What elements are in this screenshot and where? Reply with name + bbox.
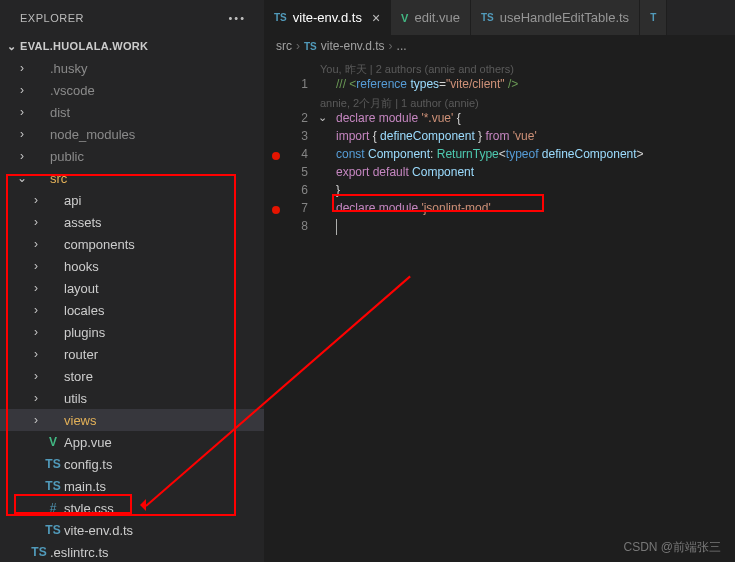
file-icon: TS [44, 523, 62, 537]
tree-label: assets [62, 215, 102, 230]
tree-item[interactable]: VApp.vue [0, 431, 264, 453]
editor-tab[interactable]: Vedit.vue [391, 0, 471, 35]
file-icon: TS [44, 457, 62, 471]
editor-tab[interactable]: TSuseHandleEditTable.ts [471, 0, 640, 35]
tree-item[interactable]: ›views [0, 409, 264, 431]
tree-label: dist [48, 105, 70, 120]
ts-icon: TS [304, 41, 317, 52]
crumb-src[interactable]: src [276, 39, 292, 53]
git-blame: annie, 2个月前 | 1 author (annie) [264, 95, 735, 111]
tree-label: vite-env.d.ts [62, 523, 133, 538]
chevron-icon: › [28, 369, 44, 383]
crumb-file[interactable]: vite-env.d.ts [321, 39, 385, 53]
tree-item[interactable]: #style.css [0, 497, 264, 519]
chevron-icon: › [14, 61, 30, 75]
tree-label: src [48, 171, 67, 186]
chevron-icon: › [28, 325, 44, 339]
crumb-more[interactable]: ... [397, 39, 407, 53]
breakpoint-icon[interactable] [264, 147, 290, 165]
tree-item[interactable]: ›layout [0, 277, 264, 299]
tree-label: App.vue [62, 435, 112, 450]
tree-item[interactable]: ›node_modules [0, 123, 264, 145]
tree-item[interactable]: ⌄src [0, 167, 264, 189]
tree-item[interactable]: TS.eslintrc.ts [0, 541, 264, 562]
explorer-header: EXPLORER ••• [0, 0, 264, 35]
file-icon: TS [44, 479, 62, 493]
tree-item[interactable]: ›utils [0, 387, 264, 409]
file-icon: TS [30, 545, 48, 559]
tree-label: store [62, 369, 93, 384]
tree-label: router [62, 347, 98, 362]
chevron-icon: › [28, 237, 44, 251]
tree-label: .husky [48, 61, 88, 76]
explorer-sidebar: EXPLORER ••• ⌄ EVAL.HUOLALA.WORK ›.husky… [0, 0, 264, 562]
chevron-icon: › [28, 259, 44, 273]
tab-label: vite-env.d.ts [293, 10, 362, 25]
tab-label: useHandleEditTable.ts [500, 10, 629, 25]
tree-label: hooks [62, 259, 99, 274]
tree-label: public [48, 149, 84, 164]
tree-label: views [62, 413, 97, 428]
chevron-icon: › [28, 347, 44, 361]
tree-item[interactable]: ›.husky [0, 57, 264, 79]
code-area[interactable]: You, 昨天 | 2 authors (annie and others) 1… [264, 57, 735, 562]
file-icon: V [401, 12, 408, 24]
more-icon[interactable]: ••• [228, 12, 246, 24]
chevron-icon: › [28, 413, 44, 427]
chevron-icon: ⌄ [14, 171, 30, 185]
tree-item[interactable]: ›.vscode [0, 79, 264, 101]
explorer-title: EXPLORER [20, 12, 84, 24]
tree-label: style.css [62, 501, 114, 516]
chevron-icon: › [28, 391, 44, 405]
file-icon: # [44, 501, 62, 515]
chevron-icon: › [14, 83, 30, 97]
tree-item[interactable]: ›components [0, 233, 264, 255]
tree-item[interactable]: TSconfig.ts [0, 453, 264, 475]
tree-label: layout [62, 281, 99, 296]
file-icon: V [44, 435, 62, 449]
chevron-icon: › [28, 193, 44, 207]
tree-label: node_modules [48, 127, 135, 142]
close-icon[interactable]: × [372, 10, 380, 26]
chevron-icon: › [14, 149, 30, 163]
chevron-right-icon: › [296, 39, 300, 53]
tree-item[interactable]: ›store [0, 365, 264, 387]
tree-label: locales [62, 303, 104, 318]
tab-label: edit.vue [414, 10, 460, 25]
chevron-icon: › [28, 215, 44, 229]
file-icon: TS [481, 12, 494, 23]
tree-label: config.ts [62, 457, 112, 472]
file-tree: ›.husky›.vscode›dist›node_modules›public… [0, 57, 264, 562]
tree-label: api [62, 193, 81, 208]
workspace-name: EVAL.HUOLALA.WORK [20, 40, 148, 52]
git-blame: You, 昨天 | 2 authors (annie and others) [264, 61, 735, 77]
tree-item[interactable]: ›dist [0, 101, 264, 123]
tree-item[interactable]: TSmain.ts [0, 475, 264, 497]
workspace-root[interactable]: ⌄ EVAL.HUOLALA.WORK [0, 35, 264, 57]
editor-tab-overflow[interactable]: T [640, 0, 667, 35]
editor-tab[interactable]: TSvite-env.d.ts× [264, 0, 391, 35]
tree-item[interactable]: ›public [0, 145, 264, 167]
file-icon: TS [274, 12, 287, 23]
tree-item[interactable]: ›api [0, 189, 264, 211]
chevron-icon: › [14, 105, 30, 119]
tree-label: .eslintrc.ts [48, 545, 109, 560]
editor-pane: TSvite-env.d.ts×Vedit.vueTSuseHandleEdit… [264, 0, 735, 562]
chevron-icon: › [28, 303, 44, 317]
chevron-down-icon: ⌄ [4, 40, 20, 53]
tree-label: .vscode [48, 83, 95, 98]
tree-item[interactable]: ›hooks [0, 255, 264, 277]
tree-item[interactable]: ›plugins [0, 321, 264, 343]
chevron-icon: › [14, 127, 30, 141]
breakpoint-icon[interactable] [264, 201, 290, 219]
tree-item[interactable]: ›router [0, 343, 264, 365]
tree-label: main.ts [62, 479, 106, 494]
tree-label: components [62, 237, 135, 252]
tree-item[interactable]: ›locales [0, 299, 264, 321]
chevron-right-icon: › [389, 39, 393, 53]
tree-item[interactable]: TSvite-env.d.ts [0, 519, 264, 541]
chevron-icon: › [28, 281, 44, 295]
tree-item[interactable]: ›assets [0, 211, 264, 233]
editor-tabs: TSvite-env.d.ts×Vedit.vueTSuseHandleEdit… [264, 0, 735, 35]
breadcrumb[interactable]: src › TS vite-env.d.ts › ... [264, 35, 735, 57]
